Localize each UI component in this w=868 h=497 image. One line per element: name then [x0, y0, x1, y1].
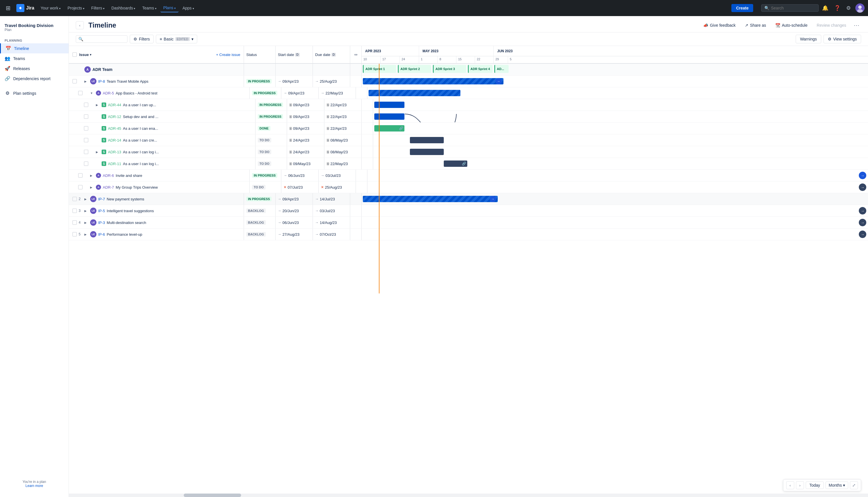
settings-icon[interactable]: ⚙: [844, 3, 853, 14]
nav-dashboards[interactable]: Dashboards▾: [108, 4, 138, 12]
grid-icon[interactable]: ⊞: [3, 2, 13, 14]
auto-schedule-button[interactable]: 📆 Auto-schedule: [772, 21, 811, 29]
issue-key[interactable]: IP-6: [98, 232, 105, 237]
issue-key[interactable]: ADR-6: [103, 173, 114, 178]
row-checkbox[interactable]: [72, 197, 77, 201]
expand-arrow[interactable]: ▶: [84, 221, 88, 224]
sprint-row-expand[interactable]: [350, 64, 362, 75]
issue-key[interactable]: ADR-14: [108, 138, 121, 142]
jira-logo[interactable]: Jira: [14, 4, 37, 12]
issue-key[interactable]: ADR-13: [108, 150, 121, 154]
expand-col[interactable]: [362, 134, 373, 146]
sidebar-item-timeline[interactable]: 📅 Timeline: [0, 43, 69, 53]
expand-arrow[interactable]: ▶: [84, 198, 88, 201]
row-checkbox[interactable]: [84, 138, 88, 142]
learn-more-link[interactable]: Learn more: [26, 484, 43, 488]
expand-col[interactable]: [350, 205, 362, 216]
sprint-adr-3[interactable]: ADR Sprint 3: [433, 65, 466, 73]
nav-teams[interactable]: Teams▾: [139, 4, 159, 12]
sprint-adr-4[interactable]: ADR Sprint 4: [468, 65, 493, 73]
expand-col[interactable]: [362, 111, 373, 122]
expand-col[interactable]: [356, 87, 367, 99]
issue-key[interactable]: IP-3: [98, 221, 105, 225]
collapse-sidebar-button[interactable]: ‹: [76, 21, 84, 29]
row-checkbox[interactable]: [72, 209, 77, 213]
create-issue-button[interactable]: + Create issue: [216, 53, 240, 57]
gantt-bar[interactable]: [368, 90, 460, 96]
sprint-adr-1[interactable]: ADR Sprint 1: [363, 65, 396, 73]
row-checkbox[interactable]: [78, 173, 83, 178]
expand-col[interactable]: [350, 75, 362, 87]
sidebar-item-dependencies[interactable]: 🔗 Dependencies report: [0, 73, 69, 84]
toolbar-search-input[interactable]: [84, 37, 122, 41]
give-feedback-button[interactable]: 📣 Give feedback: [700, 21, 739, 29]
notifications-icon[interactable]: 🔔: [820, 3, 831, 14]
create-button[interactable]: Create: [732, 4, 753, 12]
view-mode-button[interactable]: ≡ Basic EDITED ▾: [156, 35, 197, 43]
issue-key[interactable]: ADR-7: [103, 185, 114, 189]
issue-key[interactable]: IP-7: [98, 197, 105, 201]
expand-col[interactable]: [362, 99, 373, 111]
scroll-prev-button[interactable]: ‹: [786, 481, 794, 489]
timeline-container[interactable]: Issue ▾ + Create issue Status Start date…: [69, 46, 868, 497]
issue-key[interactable]: IP-5: [98, 209, 105, 213]
expand-col[interactable]: [356, 182, 367, 193]
more-actions-button[interactable]: ⋯: [852, 21, 861, 30]
row-checkbox[interactable]: [78, 185, 83, 189]
expand-col[interactable]: [350, 229, 362, 240]
expand-arrow[interactable]: ▶: [84, 80, 88, 83]
view-settings-button[interactable]: ⚙ View settings: [824, 35, 861, 43]
gantt-bar[interactable]: [410, 149, 444, 155]
row-checkbox[interactable]: [78, 91, 83, 95]
expand-col[interactable]: [362, 146, 373, 158]
expand-arrow[interactable]: ▼: [90, 91, 94, 95]
nav-plans[interactable]: Plans▾: [160, 4, 178, 12]
issue-key[interactable]: ADR-45: [108, 126, 121, 131]
sprint-adr-2[interactable]: ADR Sprint 2: [398, 65, 431, 73]
horizontal-scrollbar-thumb[interactable]: [184, 494, 241, 497]
expand-arrow[interactable]: ▶: [90, 174, 94, 177]
expand-col[interactable]: [350, 217, 362, 228]
search-input[interactable]: [771, 6, 811, 10]
gantt-bar[interactable]: 🔗: [444, 160, 467, 167]
filters-button[interactable]: ⚙ Filters: [130, 35, 154, 43]
issue-key[interactable]: ADR-44: [108, 103, 121, 107]
nav-filters[interactable]: Filters▾: [88, 4, 107, 12]
expand-col[interactable]: [362, 158, 373, 169]
scroll-next-button[interactable]: ›: [796, 481, 804, 489]
gantt-bar[interactable]: →: [363, 196, 498, 202]
row-checkbox[interactable]: [72, 220, 77, 225]
issue-key[interactable]: ADR-12: [108, 115, 121, 119]
row-checkbox[interactable]: [84, 114, 88, 119]
expand-arrow[interactable]: ▶: [84, 233, 88, 236]
expand-col[interactable]: [356, 170, 367, 181]
expand-arrow[interactable]: ▶: [84, 209, 88, 212]
nav-apps[interactable]: Apps▾: [180, 4, 197, 12]
issue-key[interactable]: ADR-11: [108, 162, 121, 166]
issue-key[interactable]: ADR-5: [103, 91, 114, 95]
help-icon[interactable]: ❓: [832, 3, 843, 14]
toolbar-search[interactable]: 🔍: [76, 35, 128, 43]
gantt-bar[interactable]: [410, 137, 444, 143]
sidebar-item-releases[interactable]: 🚀 Releases: [0, 63, 69, 73]
sidebar-item-teams[interactable]: 👥 Teams: [0, 53, 69, 63]
horizontal-scrollbar-track[interactable]: [69, 494, 868, 497]
row-checkbox[interactable]: [84, 102, 88, 107]
row-checkbox[interactable]: [84, 150, 88, 154]
expand-arrow[interactable]: ▶: [96, 151, 100, 154]
review-changes-button[interactable]: Review changes: [813, 21, 850, 29]
expand-arrow[interactable]: ▶: [90, 186, 94, 189]
row-checkbox[interactable]: [84, 161, 88, 166]
time-unit-dropdown[interactable]: Months ▾: [825, 482, 848, 489]
expand-col[interactable]: [362, 123, 373, 134]
row-checkbox[interactable]: [72, 79, 77, 84]
issue-key[interactable]: IP-8: [98, 79, 105, 84]
warnings-button[interactable]: Warnings: [796, 35, 821, 43]
expand-col[interactable]: [350, 193, 362, 205]
expand-arrow[interactable]: ▶: [96, 103, 100, 106]
fullscreen-button[interactable]: ⤢: [850, 481, 858, 489]
expand-column-header[interactable]: ⇔: [350, 46, 362, 63]
today-button[interactable]: Today: [806, 482, 824, 489]
share-as-button[interactable]: ↗ Share as: [741, 21, 769, 29]
avatar[interactable]: [855, 3, 865, 13]
